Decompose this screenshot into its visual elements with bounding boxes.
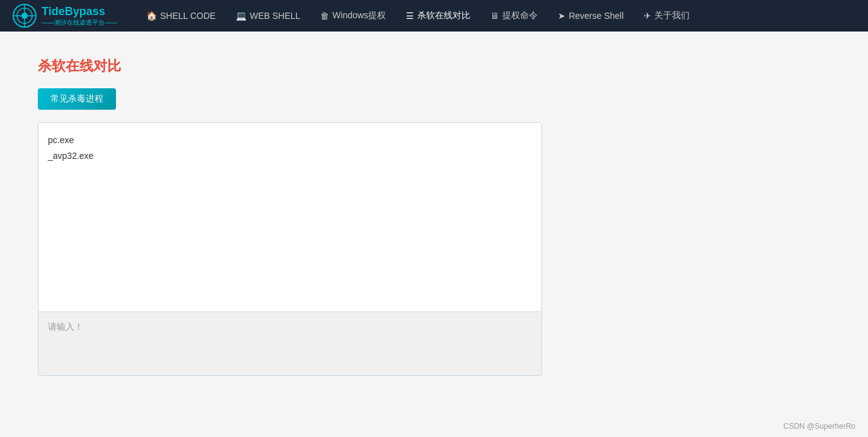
- nav-link-shell-code[interactable]: 🏠 SHELL CODE: [136, 0, 226, 32]
- brand-logo-link[interactable]: TideBypass ——潮汐在线渗透平台——: [13, 4, 117, 28]
- display-line-2: _avp32.exe: [48, 148, 532, 164]
- kill-av-icon: ☰: [406, 11, 414, 21]
- nav-link-priv-cmd[interactable]: 🖥 提权命令: [480, 0, 548, 32]
- windows-icon: 🗑: [320, 11, 329, 21]
- nav-item-windows-priv: 🗑 Windows提权: [310, 0, 396, 32]
- home-icon: 🏠: [146, 11, 157, 21]
- page-title: 杀软在线对比: [38, 57, 830, 76]
- content-area: pc.exe _avp32.exe 请输入！: [38, 122, 542, 376]
- nav-item-reverse-shell: ➤ Reverse Shell: [548, 0, 634, 32]
- footer-text: CSDN @SuperherRo: [784, 422, 855, 431]
- main-content: 杀软在线对比 常见杀毒进程 pc.exe _avp32.exe 请输入！: [0, 32, 868, 401]
- nav-link-about-us[interactable]: ✈ 关于我们: [634, 0, 700, 32]
- nav-link-web-shell[interactable]: 💻 WEB SHELL: [226, 0, 310, 32]
- text-display-area: pc.exe _avp32.exe: [38, 123, 541, 312]
- navbar: TideBypass ——潮汐在线渗透平台—— 🏠 SHELL CODE 💻 W…: [0, 0, 868, 32]
- input-area[interactable]: 请输入！: [38, 312, 541, 375]
- nav-label-web-shell: WEB SHELL: [250, 11, 300, 21]
- nav-link-windows-priv[interactable]: 🗑 Windows提权: [310, 0, 396, 32]
- reverse-shell-icon: ➤: [558, 11, 565, 21]
- nav-menu: 🏠 SHELL CODE 💻 WEB SHELL 🗑 Windows提权 ☰ 杀…: [136, 0, 700, 32]
- brand-text: TideBypass ——潮汐在线渗透平台——: [42, 5, 117, 26]
- web-shell-icon: 💻: [236, 11, 246, 21]
- nav-item-kill-av: ☰ 杀软在线对比: [396, 0, 480, 32]
- footer: CSDN @SuperherRo: [784, 422, 855, 431]
- nav-link-reverse-shell[interactable]: ➤ Reverse Shell: [548, 0, 634, 32]
- input-placeholder-text: 请输入！: [48, 322, 83, 332]
- nav-label-about-us: 关于我们: [654, 10, 690, 21]
- nav-label-kill-av: 杀软在线对比: [417, 10, 470, 21]
- brand-title: TideBypass: [42, 5, 117, 19]
- brand-subtitle: ——潮汐在线渗透平台——: [42, 19, 117, 26]
- display-line-1: pc.exe: [48, 132, 532, 148]
- nav-item-about-us: ✈ 关于我们: [634, 0, 700, 32]
- nav-label-windows-priv: Windows提权: [332, 10, 386, 21]
- nav-item-shell-code: 🏠 SHELL CODE: [136, 0, 226, 32]
- nav-label-reverse-shell: Reverse Shell: [569, 11, 623, 21]
- about-us-icon: ✈: [644, 11, 651, 21]
- nav-label-shell-code: SHELL CODE: [160, 11, 216, 21]
- nav-item-web-shell: 💻 WEB SHELL: [226, 0, 310, 32]
- brand-logo-icon: [13, 4, 37, 28]
- svg-point-2: [21, 13, 28, 19]
- nav-item-priv-cmd: 🖥 提权命令: [480, 0, 548, 32]
- nav-link-kill-av[interactable]: ☰ 杀软在线对比: [396, 0, 480, 32]
- nav-label-priv-cmd: 提权命令: [502, 10, 538, 21]
- common-process-button[interactable]: 常见杀毒进程: [38, 88, 116, 110]
- priv-cmd-icon: 🖥: [490, 11, 499, 21]
